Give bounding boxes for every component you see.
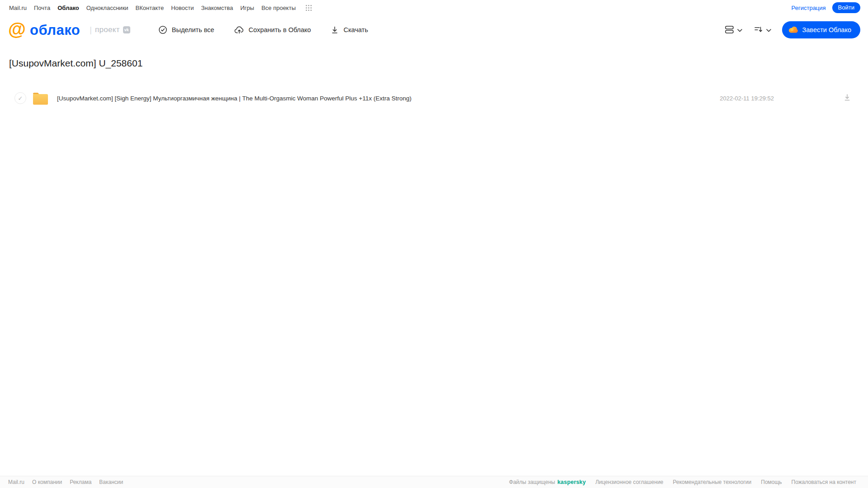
nav-item-igry[interactable]: Игры: [240, 5, 254, 11]
file-row[interactable]: ✓ [UsupovMarket.com] [Sigh Energy] Мульт…: [0, 87, 868, 109]
check-circle-icon: [158, 25, 167, 34]
save-to-cloud-label: Сохранить в Облако: [249, 26, 311, 33]
mailru-at-icon: @: [8, 20, 26, 38]
arrow-down-icon: [844, 94, 851, 103]
chevron-down-icon: [737, 27, 742, 33]
footer-link-recommendation-tech[interactable]: Рекомендательные технологии: [673, 479, 752, 485]
portal-nav-links: Mail.ru Почта Облако Одноклассники ВКонт…: [9, 5, 312, 11]
footer-link-jobs[interactable]: Вакансии: [99, 479, 123, 485]
view-mode-dropdown[interactable]: [725, 25, 742, 35]
cloud-logo-text: облако: [30, 23, 80, 37]
registration-link[interactable]: Регистрация: [792, 5, 826, 11]
file-date: 2022-02-11 19:29:52: [720, 95, 774, 102]
footer-link-help[interactable]: Помощь: [761, 479, 782, 485]
protected-by: Файлы защищены kaspersky: [509, 479, 586, 485]
nav-item-vkontakte[interactable]: ВКонтакте: [136, 5, 164, 11]
page-title: [UsupovMarket.com] U_258601: [9, 58, 868, 69]
file-name-link[interactable]: [UsupovMarket.com] [Sigh Energy] Мультио…: [57, 95, 720, 102]
protected-by-text: Файлы защищены: [509, 479, 555, 485]
view-list-icon: [725, 25, 734, 35]
get-cloud-button[interactable]: Завести Облако: [782, 21, 860, 38]
row-checkbox[interactable]: ✓: [14, 92, 26, 104]
select-all-label: Выделить все: [172, 26, 214, 33]
footer-link-ads[interactable]: Реклама: [70, 479, 91, 485]
folder-icon[interactable]: [32, 91, 49, 105]
footer-link-license[interactable]: Лицензионное соглашение: [595, 479, 663, 485]
kaspersky-logo[interactable]: kaspersky: [557, 479, 586, 485]
sort-icon: [754, 25, 763, 35]
row-download-button[interactable]: [844, 94, 851, 103]
footer-left-links: Mail.ru О компании Реклама Вакансии: [8, 479, 131, 485]
cloud-logo[interactable]: @ облако | проект vk: [8, 21, 130, 39]
page-footer: Mail.ru О компании Реклама Вакансии Файл…: [0, 476, 868, 488]
login-button[interactable]: Войти: [832, 2, 860, 13]
download-label: Скачать: [343, 26, 368, 33]
nav-item-oblako[interactable]: Облако: [57, 5, 79, 11]
download-button[interactable]: Скачать: [331, 26, 368, 34]
cloud-badge-icon: [788, 25, 798, 35]
chevron-down-icon: [766, 27, 771, 33]
file-toolbar: Выделить все Сохранить в Облако Скач: [158, 25, 368, 34]
cloud-upload-icon: [234, 25, 244, 34]
footer-link-mailru[interactable]: Mail.ru: [8, 479, 24, 485]
project-label: проект: [95, 25, 120, 34]
header-right-controls: Завести Облако: [725, 21, 860, 38]
sort-dropdown[interactable]: [754, 25, 771, 35]
select-all-button[interactable]: Выделить все: [158, 25, 214, 34]
apps-grid-icon[interactable]: [306, 5, 312, 11]
save-to-cloud-button[interactable]: Сохранить в Облако: [234, 25, 311, 34]
footer-right-links: Файлы защищены kaspersky Лицензионное со…: [509, 479, 856, 485]
download-icon: [331, 26, 339, 34]
cloud-header: @ облако | проект vk Выделить все: [0, 15, 868, 44]
project-divider: |: [90, 25, 92, 35]
nav-item-znakomstva[interactable]: Знакомства: [201, 5, 233, 11]
check-mark: ✓: [18, 95, 23, 102]
nav-item-odnoklassniki[interactable]: Одноклассники: [86, 5, 128, 11]
portal-nav-auth: Регистрация Войти: [792, 2, 860, 13]
footer-link-company[interactable]: О компании: [32, 479, 62, 485]
get-cloud-label: Завести Облако: [802, 26, 851, 33]
portal-navbar: Mail.ru Почта Облако Одноклассники ВКонт…: [0, 0, 868, 15]
nav-item-mailru[interactable]: Mail.ru: [9, 5, 27, 11]
nav-item-pochta[interactable]: Почта: [34, 5, 50, 11]
nav-item-novosti[interactable]: Новости: [171, 5, 194, 11]
nav-item-vse-proekty[interactable]: Все проекты: [261, 5, 296, 11]
project-tag: | проект vk: [90, 25, 130, 35]
footer-link-report-content[interactable]: Пожаловаться на контент: [792, 479, 856, 485]
vk-badge-icon: vk: [123, 26, 130, 33]
